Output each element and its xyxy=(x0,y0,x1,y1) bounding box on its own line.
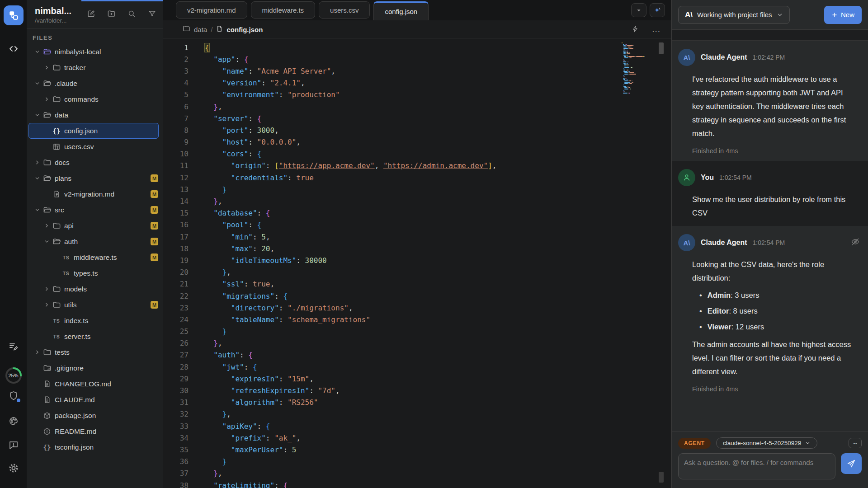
line-number: 11 xyxy=(163,161,189,170)
tree-item-config.json[interactable]: {}config.json xyxy=(28,123,159,139)
tree-item-middleware.ts[interactable]: TSmiddleware.tsM xyxy=(27,249,163,265)
chevron-right-icon[interactable] xyxy=(42,302,52,308)
tree-item-users.csv[interactable]: users.csv xyxy=(27,139,163,155)
eye-off-icon[interactable] xyxy=(851,237,860,248)
sidebar-accent-bar xyxy=(81,0,163,1)
flash-icon[interactable] xyxy=(631,25,639,34)
tree-item-src[interactable]: srcM xyxy=(27,202,163,218)
tree-item-.gitignore[interactable]: .gitignore xyxy=(27,360,163,376)
chevron-down-icon[interactable] xyxy=(32,112,42,118)
edit-file-icon[interactable] xyxy=(87,9,95,20)
code-editor[interactable]: 1{2 "app": {3 "name": "Acme API Server",… xyxy=(163,39,671,488)
app-logo[interactable] xyxy=(0,5,27,25)
code-line-27: 27 "auth": { xyxy=(163,349,671,361)
chevron-right-icon[interactable] xyxy=(32,160,42,165)
line-number: 36 xyxy=(163,457,189,466)
tab-users.csv[interactable]: users.csv xyxy=(319,1,370,19)
file-label: types.ts xyxy=(74,269,98,277)
tab-middleware.ts[interactable]: middleware.ts xyxy=(251,1,316,19)
ai-sparkle-button[interactable] xyxy=(650,3,665,17)
minimap[interactable] xyxy=(622,42,645,94)
filter-icon[interactable] xyxy=(148,9,156,20)
tree-item-utils[interactable]: utilsM xyxy=(27,297,163,313)
file-label: v2-migration.md xyxy=(64,190,114,198)
tree-item-plans[interactable]: plansM xyxy=(27,170,163,186)
line-number: 38 xyxy=(163,481,189,488)
tree-item-commands[interactable]: commands xyxy=(27,91,163,107)
tab-list-dropdown-button[interactable] xyxy=(631,3,646,17)
tree-item-README.md[interactable]: README.md xyxy=(27,423,163,439)
tree-item-index.ts[interactable]: TSindex.ts xyxy=(27,313,163,328)
composer-menu-button[interactable]: -- xyxy=(849,438,862,448)
icon-rail: 25% xyxy=(0,0,27,488)
session-dropdown[interactable]: A\ Working with project files xyxy=(678,6,790,24)
tree-item-tests[interactable]: tests xyxy=(27,344,163,360)
agent-chat-panel: A\ Working with project files New A\Clau… xyxy=(671,0,868,488)
chevron-down-icon[interactable] xyxy=(42,239,52,244)
code-view-icon[interactable] xyxy=(0,43,27,54)
line-number: 26 xyxy=(163,339,189,347)
more-actions-icon[interactable]: ... xyxy=(652,24,660,34)
code-line-13: 13 } xyxy=(163,183,671,195)
new-folder-icon[interactable] xyxy=(107,9,116,20)
send-button[interactable] xyxy=(841,453,862,474)
tree-item-tracker[interactable]: tracker xyxy=(27,60,163,75)
code-line-29: 29 "expiresIn": "15m", xyxy=(163,373,671,385)
code-line-14: 14 }, xyxy=(163,195,671,207)
search-icon[interactable] xyxy=(127,9,136,20)
tree-item-v2-migration.md[interactable]: v2-migration.mdM xyxy=(27,186,163,202)
ts-icon: TS xyxy=(61,271,71,276)
message-body: I've refactored the auth middleware to u… xyxy=(692,72,853,140)
tree-item-nimbalyst-local[interactable]: nimbalyst-local xyxy=(27,44,163,60)
model-selector[interactable]: claude-sonnet-4-5-20250929 xyxy=(716,437,817,449)
chevron-right-icon[interactable] xyxy=(32,349,42,355)
file-label: tracker xyxy=(64,64,85,72)
tree-item-tsconfig.json[interactable]: {}tsconfig.json xyxy=(27,439,163,455)
chevron-down-icon[interactable] xyxy=(32,175,42,181)
breadcrumb-file[interactable]: config.json xyxy=(226,26,263,33)
code-line-33: 33 "apiKey": { xyxy=(163,420,671,432)
tree-item-types.ts[interactable]: TStypes.ts xyxy=(27,265,163,281)
feedback-icon[interactable] xyxy=(0,440,27,450)
code-line-30: 30 "refreshExpiresIn": "7d", xyxy=(163,385,671,396)
chevron-down-icon[interactable] xyxy=(32,49,42,55)
chat-messages[interactable]: A\Claude Agent1:02:42 PMI've refactored … xyxy=(672,41,868,432)
usage-progress-ring[interactable]: 25% xyxy=(0,365,27,386)
palette-icon[interactable] xyxy=(0,416,27,427)
gitignore-icon xyxy=(42,364,52,372)
tree-item-docs[interactable]: docs xyxy=(27,155,163,170)
chevron-right-icon[interactable] xyxy=(42,96,52,102)
gear-icon[interactable] xyxy=(0,462,27,474)
tree-item-.claude[interactable]: .claude xyxy=(27,75,163,91)
tree-item-data[interactable]: data xyxy=(27,107,163,123)
scrollbar-thumb[interactable] xyxy=(659,42,664,54)
tree-item-CLAUDE.md[interactable]: CLAUDE.md xyxy=(27,392,163,408)
line-number: 12 xyxy=(163,174,189,182)
info-icon xyxy=(42,427,52,436)
modified-badge: M xyxy=(151,301,158,309)
json-icon: {} xyxy=(42,444,52,451)
chevron-right-icon[interactable] xyxy=(42,286,52,292)
tree-item-package.json[interactable]: package.json xyxy=(27,408,163,423)
message-timestamp: 1:02:54 PM xyxy=(753,239,785,246)
tree-item-auth[interactable]: authM xyxy=(27,234,163,249)
tree-item-CHANGELOG.md[interactable]: CHANGELOG.md xyxy=(27,376,163,392)
breadcrumb-folder[interactable]: data xyxy=(194,26,207,33)
new-chat-button[interactable]: New xyxy=(824,6,862,24)
file-label: auth xyxy=(64,238,78,246)
line-number: 14 xyxy=(163,197,189,206)
tree-item-api[interactable]: apiM xyxy=(27,218,163,234)
chevron-down-icon[interactable] xyxy=(32,207,42,213)
tree-item-server.ts[interactable]: TSserver.ts xyxy=(27,328,163,344)
tab-config.json[interactable]: config.json xyxy=(373,1,429,20)
code-line-34: 34 "prefix": "ak_", xyxy=(163,432,671,444)
chat-input[interactable] xyxy=(678,453,835,479)
chevron-down-icon[interactable] xyxy=(32,80,42,86)
chevron-right-icon[interactable] xyxy=(42,223,52,229)
compose-notes-icon[interactable] xyxy=(0,341,27,352)
chevron-right-icon[interactable] xyxy=(42,65,52,70)
tab-v2-migration.md[interactable]: v2-migration.md xyxy=(176,1,247,19)
tab-bar: v2-migration.mdmiddleware.tsusers.csvcon… xyxy=(163,0,671,20)
shield-icon[interactable] xyxy=(0,390,27,401)
tree-item-models[interactable]: models xyxy=(27,281,163,297)
